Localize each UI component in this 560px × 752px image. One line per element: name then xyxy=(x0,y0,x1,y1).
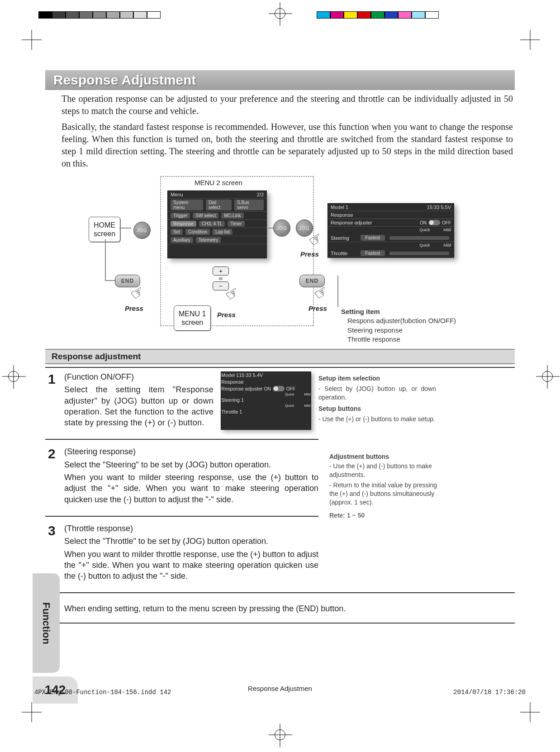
step-1: 1 (Function ON/OFF) Select the setting i… xyxy=(45,368,515,436)
rs-adjuster-toggle[interactable]: ON OFF xyxy=(420,220,451,225)
press-label-pm: Press xyxy=(217,311,236,319)
jog-button-2[interactable]: JOG xyxy=(273,219,290,237)
registration-mark-top xyxy=(275,8,285,19)
crop-br xyxy=(520,702,540,722)
setting-item-info: Setting item Respons adjuster(fubction O… xyxy=(341,307,456,344)
sidebar-tab: Function xyxy=(33,573,60,673)
setup-item-body: - Select by (JOG) button up, or down ope… xyxy=(318,385,436,402)
setup-item-title: Setup item selection xyxy=(318,374,436,383)
menu1-screen-box: MENU 1 screen xyxy=(174,305,211,331)
rule-2-3 xyxy=(45,516,318,517)
menu2-label: MENU 2 screen xyxy=(193,179,244,186)
crop-bl xyxy=(22,702,42,722)
step-1-num: 1 xyxy=(45,371,60,430)
rs-steering-label: Steering xyxy=(331,235,358,241)
rs-steering-value[interactable]: Fastest xyxy=(361,235,385,241)
adj-btn-body1: - Use the (+) and (-) buttons to make ad… xyxy=(329,462,447,479)
color-bar-left xyxy=(38,11,161,19)
imprint-right: 2014/07/18 17:36:20 xyxy=(453,689,526,696)
side-notes-lower: Adjustment buttons - Use the (+) and (-)… xyxy=(329,436,447,590)
side-notes-upper: Setup item selection - Select by (JOG) b… xyxy=(318,371,436,430)
menu2-screen-thumb: Menu2/2 System menuDial selectS.Bus serv… xyxy=(167,190,267,258)
press-label-jog3: Press xyxy=(300,250,319,258)
step-2-num: 2 xyxy=(45,446,60,506)
press-label-end-right: Press xyxy=(308,305,327,312)
rs-throttle-bar xyxy=(389,252,449,255)
intro-p1: The operation response can be adjusted t… xyxy=(45,93,515,117)
setting-item-2: Steering response xyxy=(341,326,403,335)
footer-center: Response Adjustmen xyxy=(248,685,312,692)
setup-btn-body: - Use the (+) or (-) buttons to make set… xyxy=(318,415,436,424)
step-2: 2 (Steering response) Select the "Steeri… xyxy=(45,443,318,513)
crop-tl xyxy=(22,30,42,50)
navigation-diagram: MENU 2 screen HOME screen JOG Menu2/2 Sy… xyxy=(62,176,515,339)
steps-list: 1 (Function ON/OFF) Select the setting i… xyxy=(45,367,515,623)
arrow-end-up-left xyxy=(105,239,106,280)
or-label: or xyxy=(213,276,229,281)
home-screen-box: HOME screen xyxy=(89,217,120,242)
step-3-body1: Select the "Throttle" to be set by (JOG)… xyxy=(64,536,318,547)
arrow-home-jog xyxy=(119,228,131,228)
setting-item-1: Respons adjuster(fubction ON/OFF) xyxy=(341,316,456,325)
step-4: 4 When ending setting, return to the men… xyxy=(45,596,515,623)
registration-mark-left xyxy=(8,371,19,382)
section-title: Response Adjustment xyxy=(53,72,196,88)
crop-tr xyxy=(520,30,540,50)
press-label-end-left: Press xyxy=(125,305,143,312)
arrow-end-h-left xyxy=(105,280,115,281)
step-3-body2: When you want to milder throttle respons… xyxy=(64,549,318,582)
response-screen: Model 1 15:33 5.5V Response Response adj… xyxy=(327,203,454,258)
jog-button-1[interactable]: JOG xyxy=(133,222,151,239)
setting-item-3: Throttle response xyxy=(341,335,400,344)
rs-titlebar: Model 1 15:33 5.5V xyxy=(328,204,454,211)
rs-adjuster-label: Response adjuster xyxy=(331,220,372,225)
subheading: Response adjustment xyxy=(45,349,515,364)
rs-model: Model 1 xyxy=(331,205,348,210)
step-3: 3 (Throttle response) Select the "Thrott… xyxy=(45,519,318,590)
step-1-body: Select the setting item "Response adjust… xyxy=(64,384,214,428)
adj-btn-body2: - Return to the initial value by pressin… xyxy=(329,481,447,507)
rule-1-2 xyxy=(45,439,318,440)
setup-btn-title: Setup buttons xyxy=(318,405,436,413)
arrow-rs-down xyxy=(337,276,338,307)
step-1-title: (Function ON/OFF) xyxy=(64,372,134,381)
intro-text: The operation response can be adjusted t… xyxy=(45,93,515,170)
registration-mark-right xyxy=(542,371,553,382)
adj-btn-title: Adjustment buttons xyxy=(329,452,447,461)
color-bar-right xyxy=(317,11,439,19)
step-4-body: When ending setting, return to the menu … xyxy=(64,603,515,614)
section-header: Response Adjustment xyxy=(45,70,515,90)
step-3-title: (Throttle response) xyxy=(64,524,133,533)
rs-throttle-value[interactable]: Fastest xyxy=(361,250,385,256)
setting-item-title: Setting item xyxy=(341,308,380,315)
thumb-toggle[interactable]: ONOFF xyxy=(264,386,295,392)
rs-title: Response xyxy=(331,212,353,218)
step-1-screen-thumb: Model 115:33 5.4V Response Response adju… xyxy=(221,371,311,430)
intro-p2: Basically, the standard fastest response… xyxy=(45,121,515,170)
step-2-body2: When you want to milder steering respons… xyxy=(64,472,318,505)
rate-note: Rete: 1 ~ 50 xyxy=(329,511,447,520)
arrow-menu2-jog xyxy=(268,228,273,228)
plus-button[interactable]: + xyxy=(213,267,229,276)
step-2-title: (Steering response) xyxy=(64,447,136,456)
step-2-body1: Select the "Steering" to be set by (JOG)… xyxy=(64,459,318,470)
registration-mark-bottom xyxy=(275,729,285,740)
rs-steering-bar xyxy=(389,236,449,240)
imprint-left: 4PX-Eng-08-Function-104-156.indd 142 xyxy=(34,689,171,696)
rs-clock: 15:33 5.5V xyxy=(427,205,451,210)
jog-diamond-1: JOG xyxy=(130,219,154,242)
rs-throttle-label: Throttle xyxy=(331,251,358,256)
rule-3-4 xyxy=(45,592,515,593)
